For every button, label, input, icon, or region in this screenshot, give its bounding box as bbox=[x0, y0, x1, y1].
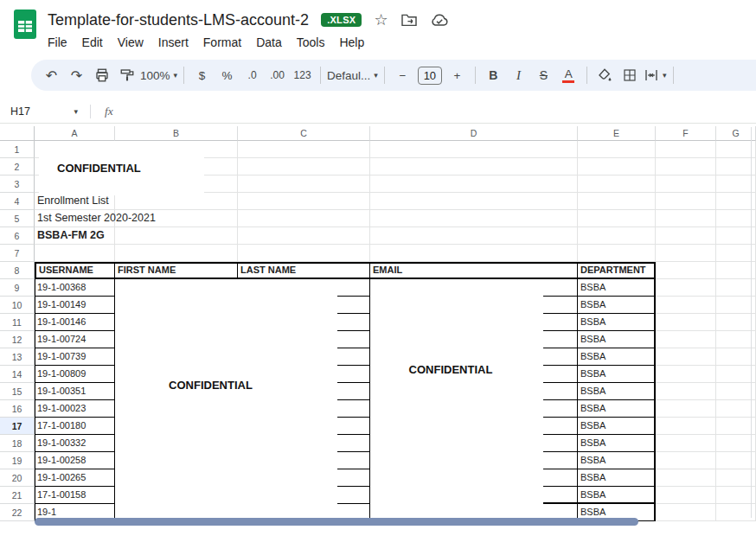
cell-F19[interactable] bbox=[656, 452, 716, 469]
menu-file[interactable]: File bbox=[48, 35, 67, 49]
decrease-decimal-button[interactable]: .0 bbox=[240, 64, 264, 86]
cell-A6[interactable]: BSBA-FM 2G bbox=[35, 227, 115, 245]
cell-D5[interactable] bbox=[370, 210, 578, 227]
cell-E8[interactable]: DEPARTMENT bbox=[578, 262, 656, 279]
cell-E17[interactable]: BSBA bbox=[578, 418, 656, 435]
menu-edit[interactable]: Edit bbox=[82, 35, 103, 49]
cell-F17[interactable] bbox=[656, 418, 716, 435]
cell-F15[interactable] bbox=[656, 383, 716, 400]
document-title[interactable]: Template-for-students-LMS-account-2 bbox=[48, 11, 309, 29]
cell-E2[interactable] bbox=[578, 158, 656, 175]
cell-D7[interactable] bbox=[370, 245, 578, 262]
row-header-4[interactable]: 4 bbox=[0, 193, 35, 210]
cell-C3[interactable] bbox=[238, 175, 370, 193]
cell-A14[interactable]: 19-1-00809 bbox=[35, 366, 115, 383]
cell-E20[interactable]: BSBA bbox=[578, 469, 656, 487]
row-header-21[interactable]: 21 bbox=[0, 487, 35, 504]
row-header-5[interactable]: 5 bbox=[0, 210, 35, 227]
strikethrough-button[interactable]: S bbox=[532, 64, 555, 86]
paint-format-button[interactable] bbox=[115, 64, 138, 86]
cell-E4[interactable] bbox=[578, 193, 656, 210]
menu-insert[interactable]: Insert bbox=[158, 35, 189, 49]
row-header-1[interactable]: 1 bbox=[0, 141, 35, 158]
row-header-7[interactable]: 7 bbox=[0, 245, 35, 262]
cell-F3[interactable] bbox=[656, 175, 716, 193]
cell-F6[interactable] bbox=[656, 227, 716, 245]
row-header-9[interactable]: 9 bbox=[0, 279, 35, 297]
cell-B8[interactable]: FIRST NAME bbox=[115, 262, 238, 279]
cell-E14[interactable]: BSBA bbox=[578, 366, 656, 383]
decrease-font-size-button[interactable]: − bbox=[391, 64, 414, 86]
cell-F5[interactable] bbox=[656, 210, 716, 227]
row-header-14[interactable]: 14 bbox=[0, 366, 35, 383]
row-header-18[interactable]: 18 bbox=[0, 435, 35, 452]
cell-A8[interactable]: USERNAME bbox=[35, 262, 115, 279]
row-header-15[interactable]: 15 bbox=[0, 383, 35, 400]
cell-F20[interactable] bbox=[656, 469, 716, 487]
column-header-D[interactable]: D bbox=[370, 126, 578, 141]
row-header-19[interactable]: 19 bbox=[0, 452, 35, 469]
row-header-13[interactable]: 13 bbox=[0, 348, 35, 366]
cell-C5[interactable] bbox=[238, 210, 370, 227]
print-button[interactable] bbox=[90, 64, 113, 86]
cell-A18[interactable]: 19-1-00332 bbox=[35, 435, 115, 452]
row-header-12[interactable]: 12 bbox=[0, 331, 35, 348]
increase-font-size-button[interactable]: + bbox=[445, 64, 469, 86]
increase-decimal-button[interactable]: .00 bbox=[266, 64, 289, 86]
cell-E18[interactable]: BSBA bbox=[578, 435, 656, 452]
fill-color-button[interactable] bbox=[593, 64, 617, 86]
cell-C2[interactable] bbox=[238, 158, 370, 175]
row-header-8[interactable]: 8 bbox=[0, 262, 35, 279]
menu-data[interactable]: Data bbox=[256, 35, 282, 49]
cell-F22[interactable] bbox=[656, 504, 716, 521]
cell-F7[interactable] bbox=[656, 245, 716, 262]
cell-C6[interactable] bbox=[238, 227, 370, 245]
cell-E5[interactable] bbox=[578, 210, 656, 227]
row-header-20[interactable]: 20 bbox=[0, 469, 35, 487]
cell-E6[interactable] bbox=[578, 227, 656, 245]
cell-D1[interactable] bbox=[370, 141, 578, 158]
text-color-button[interactable]: A bbox=[557, 64, 580, 86]
sheets-logo-icon[interactable] bbox=[14, 8, 36, 53]
cell-E7[interactable] bbox=[578, 245, 656, 262]
cell-F18[interactable] bbox=[656, 435, 716, 452]
bold-button[interactable]: B bbox=[482, 64, 505, 86]
cell-A10[interactable]: 19-1-00149 bbox=[35, 297, 115, 314]
cell-F16[interactable] bbox=[656, 400, 716, 418]
merge-cells-button[interactable]: ▾ bbox=[644, 64, 667, 86]
horizontal-scrollbar[interactable] bbox=[35, 518, 638, 526]
cell-C4[interactable] bbox=[238, 193, 370, 210]
cell-A4[interactable]: Enrollment List bbox=[35, 193, 115, 210]
undo-button[interactable]: ↶ bbox=[40, 64, 63, 86]
column-header-B[interactable]: B bbox=[115, 126, 238, 141]
cell-E16[interactable]: BSBA bbox=[578, 400, 656, 418]
cell-A19[interactable]: 19-1-00258 bbox=[35, 452, 115, 469]
cell-D2[interactable] bbox=[370, 158, 578, 175]
cell-A17[interactable]: 17-1-00180 bbox=[35, 418, 115, 435]
zoom-select[interactable]: 100%▾ bbox=[140, 64, 177, 86]
cell-F11[interactable] bbox=[656, 314, 716, 331]
cell-A7[interactable] bbox=[35, 245, 115, 262]
cell-F4[interactable] bbox=[656, 193, 716, 210]
cell-F9[interactable] bbox=[656, 279, 716, 297]
cell-F8[interactable] bbox=[656, 262, 716, 279]
redo-button[interactable]: ↷ bbox=[65, 64, 88, 86]
column-header-E[interactable]: E bbox=[578, 126, 656, 141]
confidential-overlay-names[interactable]: CONFIDENTIAL bbox=[115, 279, 337, 521]
more-formats-button[interactable]: 123 bbox=[291, 64, 314, 86]
cell-B6[interactable] bbox=[115, 227, 238, 245]
row-header-11[interactable]: 11 bbox=[0, 314, 35, 331]
cell-B4[interactable] bbox=[115, 193, 238, 210]
cell-F10[interactable] bbox=[656, 297, 716, 314]
cell-C8[interactable]: LAST NAME bbox=[238, 262, 370, 279]
menu-view[interactable]: View bbox=[118, 35, 144, 49]
row-header-22[interactable]: 22 bbox=[0, 504, 35, 521]
row-header-3[interactable]: 3 bbox=[0, 175, 35, 193]
menu-help[interactable]: Help bbox=[339, 35, 364, 49]
row-header-16[interactable]: 16 bbox=[0, 400, 35, 418]
cell-F21[interactable] bbox=[656, 487, 716, 504]
cell-A15[interactable]: 19-1-00351 bbox=[35, 383, 115, 400]
menu-tools[interactable]: Tools bbox=[297, 35, 325, 49]
cell-A13[interactable]: 19-1-00739 bbox=[35, 348, 115, 366]
row-header-17[interactable]: 17 bbox=[0, 418, 35, 435]
